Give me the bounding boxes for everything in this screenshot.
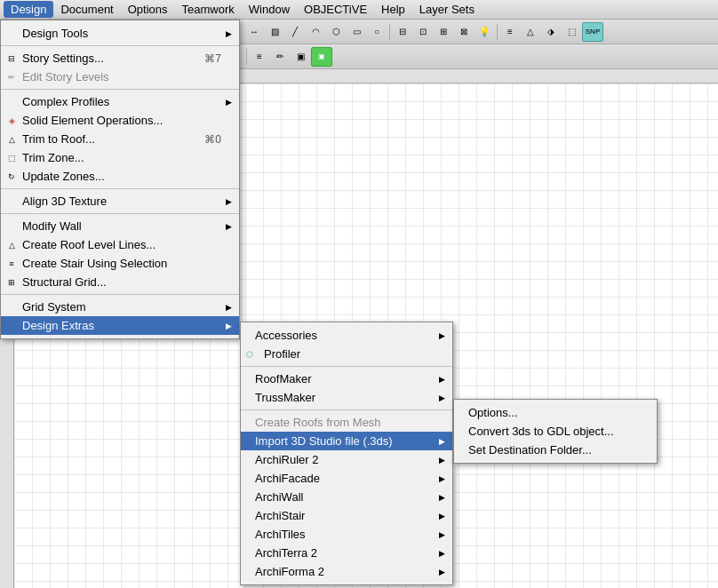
menu-item-structural-grid[interactable]: ⊞ Structural Grid... (1, 273, 239, 291)
submenu-item-label: ArchiTiles (255, 528, 306, 541)
tb-poly[interactable]: ⬡ (326, 22, 346, 42)
tb-lamp[interactable]: 💡 (475, 22, 494, 42)
submenu-profiler[interactable]: ⬡ Profiler (241, 345, 452, 363)
submenu-archifacade[interactable]: ArchiFacade ▶ (241, 469, 452, 488)
tb2-display[interactable]: ▣ (311, 47, 332, 67)
menu-item-design-extras[interactable]: Design Extras ▶ (1, 316, 239, 335)
menu-item-label: Create Stair Using Selection (22, 257, 167, 270)
arrow-icon: ▶ (439, 493, 445, 502)
tb2-layer[interactable]: ≡ (250, 47, 269, 67)
update-icon: ↻ (4, 170, 19, 184)
tb-dim[interactable]: ↔ (244, 22, 264, 42)
tb-stair[interactable]: ≡ (500, 22, 520, 42)
submenu-item-label: RoofMaker (255, 372, 312, 385)
menu-item-design-tools[interactable]: Design Tools ▶ (1, 24, 239, 43)
menu-teamwork[interactable]: Teamwork (175, 1, 242, 18)
menu-item-label: Structural Grid... (22, 275, 107, 289)
stair-icon: ≡ (4, 257, 19, 271)
arrow-icon: ▶ (439, 437, 445, 446)
submenu-create-roofs: Create Roofs from Mesh (241, 413, 452, 432)
menu-item-label: Grid System (22, 300, 86, 314)
menu-item-trim-roof[interactable]: △ Trim to Roof... ⌘0 (1, 130, 239, 148)
submenu-import-3ds[interactable]: Import 3D Studio file (.3ds) ▶ (241, 432, 452, 450)
tb-wall[interactable]: ⊟ (393, 22, 412, 42)
menu-item-align-3d[interactable]: Align 3D Texture ▶ (1, 192, 239, 211)
sep9 (246, 49, 247, 65)
submenu-archiwall[interactable]: ArchiWall ▶ (241, 488, 452, 506)
sub-submenu-convert[interactable]: Convert 3ds to GDL object... (454, 422, 657, 441)
shortcut-label: ⌘7 (187, 52, 221, 65)
sep-b (1, 89, 239, 90)
tb-snap[interactable]: SNP (582, 22, 603, 42)
menu-item-create-stair[interactable]: ≡ Create Stair Using Selection (1, 254, 239, 273)
menu-item-complex-profiles[interactable]: Complex Profiles ▶ (1, 92, 239, 111)
import-3ds-submenu: Options... Convert 3ds to GDL object... … (453, 399, 658, 464)
tb-roof[interactable]: △ (521, 22, 540, 42)
menu-item-label: Complex Profiles (22, 95, 109, 108)
shortcut-label: ⌘0 (187, 133, 221, 146)
tb2-model[interactable]: ▣ (291, 47, 310, 67)
sub-submenu-item-label: Set Destination Folder... (468, 443, 592, 457)
submenu-architerra[interactable]: ArchiTerra 2 ▶ (241, 544, 452, 562)
menu-item-label: Edit Story Levels (22, 70, 109, 83)
design-menu-dropdown: Design Tools ▶ ⊟ Story Settings... ⌘7 ✏ … (0, 20, 240, 339)
tb-circle[interactable]: ○ (367, 22, 387, 42)
tb-mesh[interactable]: ⬗ (541, 22, 561, 42)
arrow-icon: ▶ (226, 98, 232, 107)
menu-item-update-zones[interactable]: ↻ Update Zones... (1, 167, 239, 186)
menu-item-edit-story: ✏ Edit Story Levels (1, 68, 239, 86)
submenu-trussmaker[interactable]: TrussMaker ▶ (241, 388, 452, 407)
submenu-archiruler[interactable]: ArchiRuler 2 ▶ (241, 450, 452, 469)
menu-item-label: Modify Wall (22, 219, 82, 233)
tb-line[interactable]: ╱ (285, 22, 305, 42)
grid-icon: ⊞ (4, 275, 19, 290)
menu-item-trim-zone[interactable]: ⬚ Trim Zone... (1, 148, 239, 167)
menu-item-solid-element[interactable]: ◈ Solid Element Operations... (1, 111, 239, 130)
trim-icon: △ (4, 132, 19, 147)
menu-item-label: Design Extras (22, 319, 94, 332)
submenu-roofmaker[interactable]: RoofMaker ▶ (241, 369, 452, 388)
menu-item-label: Trim to Roof... (22, 132, 95, 146)
menu-item-label: Design Tools (22, 27, 88, 40)
arrow-icon: ▶ (439, 530, 445, 539)
submenu-item-label: ArchiForma 2 (255, 565, 324, 578)
menubar: Design Document Options Teamwork Window … (0, 0, 718, 20)
menu-item-story-settings[interactable]: ⊟ Story Settings... ⌘7 (1, 49, 239, 68)
arrow-icon: ▶ (439, 393, 445, 402)
arrow-icon: ▶ (439, 474, 445, 483)
trimz-icon: ⬚ (4, 151, 19, 165)
menu-document[interactable]: Document (53, 1, 120, 18)
tb-rect[interactable]: ▭ (347, 22, 366, 42)
menu-design[interactable]: Design (4, 1, 53, 18)
menu-window[interactable]: Window (242, 1, 297, 18)
arrow-icon: ▶ (439, 375, 445, 384)
sub-submenu-destination[interactable]: Set Destination Folder... (454, 441, 657, 459)
sub-submenu-options[interactable]: Options... (454, 403, 657, 422)
tb-fill[interactable]: ▨ (265, 22, 284, 42)
submenu-item-label: ArchiWall (255, 490, 303, 504)
submenu-item-label: Import 3D Studio file (.3ds) (255, 434, 393, 448)
menu-item-create-roof-lines[interactable]: △ Create Roof Level Lines... (1, 235, 239, 254)
menu-options[interactable]: Options (121, 1, 175, 18)
menu-layersets[interactable]: Layer Sets (412, 1, 482, 18)
arrow-icon: ▶ (226, 29, 232, 38)
menu-item-label: Create Roof Level Lines... (22, 238, 156, 251)
tb-arc[interactable]: ◠ (306, 22, 325, 42)
tb2-penset[interactable]: ✏ (270, 47, 290, 67)
menu-item-modify-wall[interactable]: Modify Wall ▶ (1, 217, 239, 235)
menu-help[interactable]: Help (374, 1, 412, 18)
submenu-architiles[interactable]: ArchiTiles ▶ (241, 525, 452, 544)
submenu-archiforma[interactable]: ArchiForma 2 ▶ (241, 562, 452, 581)
menu-item-grid-system[interactable]: Grid System ▶ (1, 298, 239, 316)
sep-d (1, 213, 239, 214)
tb-zone[interactable]: ⬚ (562, 22, 581, 42)
tb-object[interactable]: ⊠ (454, 22, 474, 42)
tb-window[interactable]: ⊞ (434, 22, 453, 42)
submenu-accessories[interactable]: Accessories ▶ (241, 326, 452, 345)
submenu-archistair[interactable]: ArchiStair ▶ (241, 506, 452, 525)
tb-door[interactable]: ⊡ (413, 22, 433, 42)
menu-objective[interactable]: OBJECTiVE (297, 1, 374, 18)
arrow-icon: ▶ (439, 549, 445, 558)
menu-item-label: Align 3D Texture (22, 195, 107, 208)
submenu-item-label: ArchiFacade (255, 472, 320, 485)
